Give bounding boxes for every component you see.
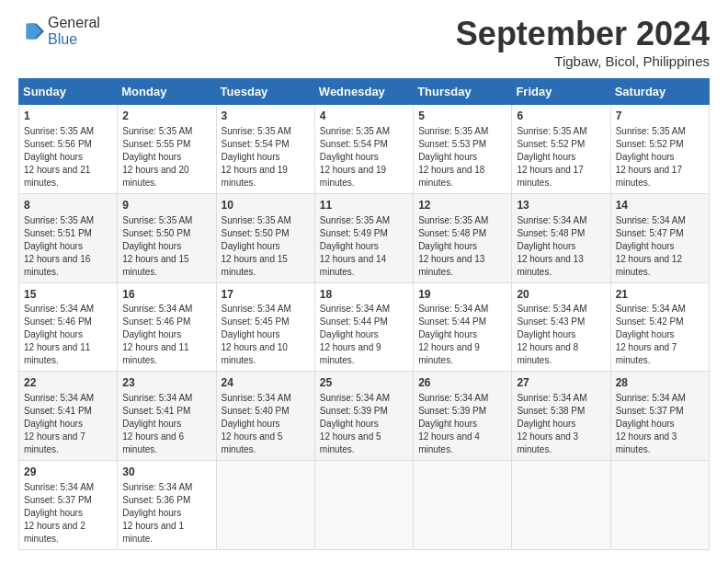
day-number: 4 [320,109,408,124]
calendar-cell: 14 Sunrise: 5:34 AM Sunset: 5:47 PM Dayl… [610,193,709,282]
daylight-label: Daylight hours [418,241,477,251]
calendar-cell: 3 Sunrise: 5:35 AM Sunset: 5:54 PM Dayli… [216,105,314,194]
sunset-label: Sunset: 5:44 PM [320,316,388,327]
daylight-label: Daylight hours [320,419,379,429]
calendar-cell: 24 Sunrise: 5:34 AM Sunset: 5:40 PM Dayl… [216,372,314,461]
day-number: 23 [122,375,210,391]
sunrise-label: Sunrise: 5:34 AM [418,393,488,403]
sunset-label: Sunset: 5:52 PM [616,139,684,149]
calendar-cell: 11 Sunrise: 5:35 AM Sunset: 5:49 PM Dayl… [314,193,413,282]
daylight-label: Daylight hours [517,152,575,162]
calendar-cell [414,461,512,550]
logo: General Blue [18,15,100,48]
sunset-label: Sunset: 5:52 PM [517,139,585,149]
sunrise-label: Sunrise: 5:34 AM [517,393,586,403]
sunset-label: Sunset: 5:41 PM [24,406,92,416]
logo-icon [18,18,44,44]
sunrise-label: Sunrise: 5:35 AM [222,126,291,136]
sunrise-label: Sunrise: 5:35 AM [320,126,390,136]
calendar-week-row: 1 Sunrise: 5:35 AM Sunset: 5:56 PM Dayli… [19,105,710,194]
sunset-label: Sunset: 5:40 PM [222,406,290,416]
month-year-title: September 2024 [456,15,710,53]
daylight-value: 12 hours and 3 minutes. [517,431,578,454]
daylight-label: Daylight hours [418,152,477,162]
header-thursday: Thursday [414,79,512,105]
sunrise-label: Sunrise: 5:35 AM [418,215,488,225]
sunset-label: Sunset: 5:51 PM [24,228,92,238]
sunrise-label: Sunrise: 5:35 AM [418,126,488,136]
sunset-label: Sunset: 5:36 PM [122,495,190,505]
sunrise-label: Sunrise: 5:34 AM [320,393,390,403]
day-number: 20 [517,287,605,303]
daylight-value: 12 hours and 19 minutes. [320,165,386,188]
day-number: 16 [122,287,210,303]
day-number: 6 [517,109,605,124]
daylight-value: 12 hours and 10 minutes. [222,342,288,365]
calendar-cell: 30 Sunrise: 5:34 AM Sunset: 5:36 PM Dayl… [118,461,216,550]
daylight-value: 12 hours and 19 minutes. [222,165,288,188]
daylight-value: 12 hours and 18 minutes. [418,165,484,188]
daylight-value: 12 hours and 13 minutes. [418,254,484,277]
daylight-value: 12 hours and 7 minutes. [24,431,85,454]
daylight-value: 12 hours and 14 minutes. [320,254,386,277]
header-saturday: Saturday [610,79,709,105]
daylight-label: Daylight hours [320,329,379,339]
sunrise-label: Sunrise: 5:35 AM [24,126,94,136]
sunset-label: Sunset: 5:37 PM [616,406,684,416]
sunrise-label: Sunrise: 5:35 AM [122,215,192,225]
daylight-value: 12 hours and 17 minutes. [517,165,583,188]
sunset-label: Sunset: 5:47 PM [616,228,684,238]
sunset-label: Sunset: 5:54 PM [222,139,290,149]
daylight-value: 12 hours and 9 minutes. [418,342,480,365]
daylight-label: Daylight hours [122,419,181,429]
sunset-label: Sunset: 5:46 PM [24,316,92,327]
daylight-value: 12 hours and 21 minutes. [24,165,90,188]
calendar-cell: 7 Sunrise: 5:35 AM Sunset: 5:52 PM Dayli… [610,105,709,194]
sunrise-label: Sunrise: 5:35 AM [24,215,94,225]
daylight-value: 12 hours and 15 minutes. [222,254,288,277]
daylight-label: Daylight hours [320,152,379,162]
calendar-cell: 13 Sunrise: 5:34 AM Sunset: 5:48 PM Dayl… [512,193,610,282]
sunset-label: Sunset: 5:42 PM [616,316,684,327]
daylight-label: Daylight hours [222,241,280,251]
sunset-label: Sunset: 5:46 PM [122,316,190,327]
header-sunday: Sunday [19,79,118,105]
calendar-cell: 15 Sunrise: 5:34 AM Sunset: 5:46 PM Dayl… [19,282,118,372]
calendar-table: Sunday Monday Tuesday Wednesday Thursday… [18,78,710,550]
day-number: 10 [222,198,310,213]
sunrise-label: Sunrise: 5:34 AM [320,304,390,314]
header-monday: Monday [118,79,216,105]
calendar-cell: 23 Sunrise: 5:34 AM Sunset: 5:41 PM Dayl… [118,372,216,461]
calendar-cell: 2 Sunrise: 5:35 AM Sunset: 5:55 PM Dayli… [118,105,216,194]
day-number: 7 [616,109,704,124]
day-number: 21 [616,287,704,303]
daylight-value: 12 hours and 9 minutes. [320,342,381,365]
svg-marker-1 [26,24,41,40]
daylight-label: Daylight hours [24,329,83,339]
calendar-cell: 16 Sunrise: 5:34 AM Sunset: 5:46 PM Dayl… [118,282,216,372]
calendar-cell: 19 Sunrise: 5:34 AM Sunset: 5:44 PM Dayl… [414,282,512,372]
daylight-label: Daylight hours [418,329,477,339]
daylight-value: 12 hours and 20 minutes. [122,165,188,188]
calendar-cell: 5 Sunrise: 5:35 AM Sunset: 5:53 PM Dayli… [414,105,512,194]
day-number: 3 [222,109,310,124]
sunrise-label: Sunrise: 5:34 AM [616,304,686,314]
sunrise-label: Sunrise: 5:34 AM [222,304,291,314]
sunrise-label: Sunrise: 5:34 AM [616,393,686,403]
calendar-cell: 10 Sunrise: 5:35 AM Sunset: 5:50 PM Dayl… [216,193,314,282]
sunset-label: Sunset: 5:48 PM [418,228,486,238]
daylight-value: 12 hours and 2 minutes. [24,521,85,544]
calendar-cell [314,461,413,550]
calendar-cell: 6 Sunrise: 5:35 AM Sunset: 5:52 PM Dayli… [512,105,610,194]
calendar-week-row: 29 Sunrise: 5:34 AM Sunset: 5:37 PM Dayl… [19,461,710,550]
calendar-cell: 29 Sunrise: 5:34 AM Sunset: 5:37 PM Dayl… [19,461,118,550]
daylight-label: Daylight hours [122,329,181,339]
header-tuesday: Tuesday [216,79,314,105]
calendar-week-row: 22 Sunrise: 5:34 AM Sunset: 5:41 PM Dayl… [19,372,710,461]
day-number: 8 [24,198,112,213]
sunrise-label: Sunrise: 5:34 AM [24,304,94,314]
day-number: 11 [320,198,408,213]
sunrise-label: Sunrise: 5:34 AM [122,304,192,314]
daylight-label: Daylight hours [222,152,280,162]
calendar-cell: 21 Sunrise: 5:34 AM Sunset: 5:42 PM Dayl… [610,282,709,372]
